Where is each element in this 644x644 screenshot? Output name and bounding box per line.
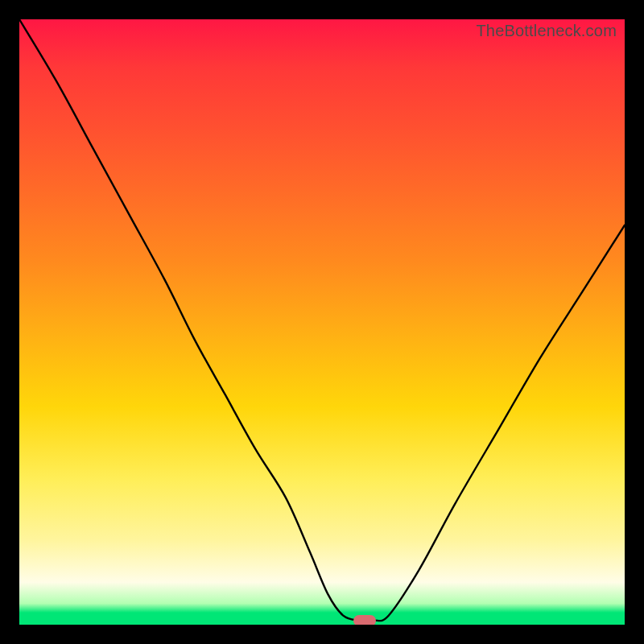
chart-frame: TheBottleneck.com	[0, 0, 644, 644]
minimum-marker	[353, 615, 376, 625]
plot-area: TheBottleneck.com	[19, 19, 625, 625]
bottleneck-curve	[19, 19, 625, 625]
watermark-label: TheBottleneck.com	[476, 22, 617, 40]
